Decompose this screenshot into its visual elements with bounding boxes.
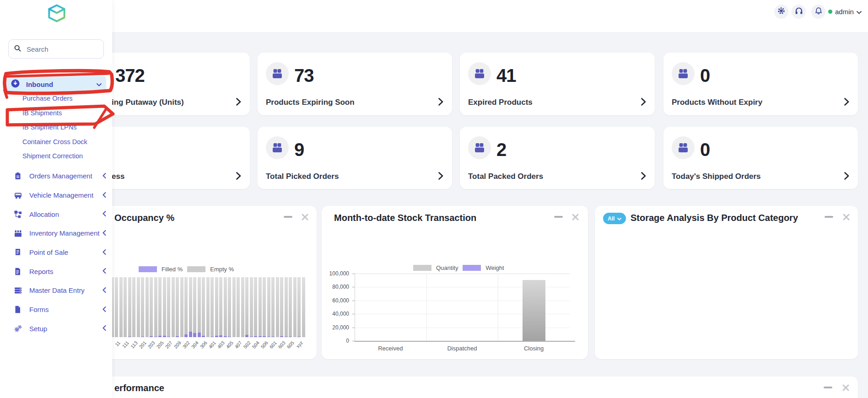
- chevron-left-icon: [102, 191, 106, 199]
- package-icon: [468, 136, 491, 159]
- occupancy-bar: [289, 277, 293, 337]
- package-icon: [672, 136, 695, 159]
- stat-value: 0: [700, 140, 710, 159]
- chevron-left-icon: [102, 286, 106, 295]
- chevron-right-icon[interactable]: [438, 172, 444, 182]
- package-icon: [266, 136, 289, 159]
- chevron-right-icon[interactable]: [236, 97, 242, 108]
- settings-button[interactable]: [774, 5, 788, 19]
- occupancy-bar: [141, 277, 146, 337]
- occupancy-bar: [245, 277, 250, 337]
- sidebar-item-master-data-entry[interactable]: Master Data Entry: [0, 281, 112, 300]
- support-button[interactable]: [792, 5, 806, 19]
- minimize-icon[interactable]: [824, 387, 832, 388]
- sidebar-item-point-of-sale[interactable]: Point of Sale: [0, 243, 112, 262]
- app-logo: [48, 4, 66, 25]
- chevron-right-icon[interactable]: [641, 97, 647, 108]
- stat-card-products-expiring-soon[interactable]: 73Products Expiring Soon: [258, 53, 452, 115]
- sidebar-subitem-container-cross-dock[interactable]: Container Cross Dock: [22, 138, 87, 147]
- performance-panel: erformance: [46, 376, 858, 398]
- chevron-left-icon: [102, 324, 106, 333]
- x-category-label: Dispatched: [435, 345, 490, 352]
- sidebar: Inbound Purchase OrdersIB ShipmentsIB Sh…: [0, 0, 112, 398]
- legend-swatch: [187, 266, 205, 272]
- occupancy-bar: [132, 277, 137, 337]
- legend-label: Quantity: [436, 264, 458, 271]
- chevron-right-icon[interactable]: [236, 172, 242, 182]
- close-icon[interactable]: [302, 214, 308, 222]
- occupancy-bar: [219, 277, 224, 337]
- chevron-right-icon[interactable]: [844, 172, 850, 182]
- status-dot: [828, 10, 832, 14]
- headset-icon: [795, 7, 803, 16]
- sidebar-subitem-ib-shipment-lpns[interactable]: IB Shipment LPNs: [22, 123, 87, 132]
- chevron-left-icon: [102, 248, 106, 257]
- sidebar-subitem-ib-shipments[interactable]: IB Shipments: [22, 109, 87, 118]
- chevron-right-icon[interactable]: [844, 97, 850, 108]
- category-filter-dropdown[interactable]: All: [603, 213, 626, 224]
- occupancy-bar: [210, 277, 215, 337]
- occupancy-bar: [293, 277, 298, 337]
- sidebar-item-allocation[interactable]: Allocation: [0, 204, 112, 224]
- package-icon: [468, 62, 491, 85]
- stat-card-expired-products[interactable]: 41Expired Products: [460, 53, 655, 115]
- stat-card-total-packed-orders[interactable]: 2Total Packed Orders: [460, 127, 655, 189]
- legend-swatch: [463, 265, 481, 271]
- close-icon[interactable]: [572, 214, 579, 222]
- occupancy-bar: [259, 277, 263, 337]
- occupancy-bar: [280, 277, 285, 337]
- sidebar-subitem-shipment-correction[interactable]: Shipment Correction: [22, 152, 87, 161]
- stat-value: 73: [294, 66, 314, 85]
- sidebar-item-inbound[interactable]: Inbound: [6, 76, 106, 92]
- close-icon[interactable]: [843, 214, 850, 222]
- chevron-down-icon: [97, 80, 102, 88]
- gears-icon: [14, 325, 22, 333]
- minimize-icon[interactable]: [825, 216, 833, 218]
- sidebar-item-vehicle-management[interactable]: Vehicle Management: [0, 186, 112, 205]
- stat-card-products-without-expiry[interactable]: 0Products Without Expiry: [663, 53, 858, 115]
- search-icon: [14, 45, 21, 54]
- occupancy-bar: [254, 277, 259, 337]
- package-icon: [672, 62, 695, 85]
- sitemap-icon: [14, 210, 22, 218]
- occupancy-bar: [267, 277, 272, 337]
- occupancy-bar: [128, 277, 133, 337]
- chevron-right-icon[interactable]: [438, 97, 444, 108]
- circle-arrow-down-icon: [11, 79, 20, 90]
- y-tick-label: 20,000: [322, 324, 349, 331]
- close-icon[interactable]: [842, 384, 849, 393]
- sidebar-item-orders-management[interactable]: Orders Management: [0, 167, 112, 186]
- stat-value: 0: [700, 66, 710, 85]
- chevron-left-icon: [102, 172, 106, 180]
- sidebar-item-setup[interactable]: Setup: [0, 319, 112, 339]
- occupancy-bar: [193, 277, 198, 337]
- occupancy-legend: Filled %Empty %: [139, 266, 234, 273]
- stat-card-today-s-shipped-orders[interactable]: 0Today's Shipped Orders: [663, 127, 858, 189]
- occupancy-bar: [154, 277, 159, 337]
- occupancy-bar: [250, 277, 254, 337]
- chevron-down-icon: [617, 215, 621, 222]
- search-box[interactable]: [8, 39, 104, 59]
- notifications-button[interactable]: [811, 5, 825, 19]
- legend-swatch: [413, 265, 431, 271]
- minimize-icon[interactable]: [554, 216, 563, 218]
- sidebar-item-forms[interactable]: Forms: [0, 300, 112, 319]
- occupancy-bar: [167, 277, 172, 337]
- stock-panel-title: Month-to-date Stock Transaction: [334, 213, 476, 223]
- occupancy-bar: [263, 277, 267, 337]
- sidebar-subitem-purchase-orders[interactable]: Purchase Orders: [22, 94, 87, 103]
- stat-label: Today's Shipped Orders: [672, 172, 761, 181]
- chevron-right-icon[interactable]: [641, 172, 647, 182]
- minimize-icon[interactable]: [284, 216, 292, 218]
- package-icon: [266, 62, 289, 85]
- occupancy-bar: [198, 277, 202, 337]
- stat-label: ess: [112, 172, 124, 181]
- sidebar-item-reports[interactable]: Reports: [0, 262, 112, 281]
- clipboard-icon: [14, 172, 22, 180]
- occupancy-bar: [172, 277, 176, 337]
- search-input[interactable]: [26, 45, 92, 54]
- chevron-left-icon: [102, 210, 106, 218]
- sidebar-item-inventory-management[interactable]: Inventory Management: [0, 224, 112, 243]
- user-menu[interactable]: admin: [828, 8, 862, 16]
- stat-card-total-picked-orders[interactable]: 9Total Picked Orders: [258, 127, 452, 189]
